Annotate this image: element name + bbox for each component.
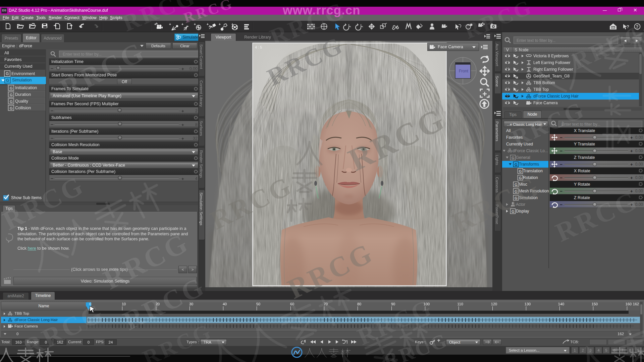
svg-text:G: G xyxy=(519,169,522,173)
svg-text:+: + xyxy=(169,22,171,26)
svg-text:?: ? xyxy=(627,24,629,29)
svg-text:G: G xyxy=(10,86,13,90)
svg-text:Front: Front xyxy=(459,69,469,73)
svg-text:+: + xyxy=(154,22,156,26)
svg-text:G: G xyxy=(515,163,518,167)
svg-text:G: G xyxy=(512,209,515,214)
svg-text:DS: DS xyxy=(611,26,615,29)
svg-text:?: ? xyxy=(636,24,638,29)
svg-text:G: G xyxy=(6,71,9,76)
svg-text:G: G xyxy=(6,78,9,83)
svg-text:+: + xyxy=(207,22,209,26)
svg-text:G: G xyxy=(515,189,518,193)
svg-text:G: G xyxy=(515,183,518,187)
svg-text:G: G xyxy=(512,156,515,160)
svg-text:G: G xyxy=(10,100,13,104)
svg-text:G: G xyxy=(10,93,13,97)
svg-text:+: + xyxy=(194,22,196,26)
svg-text:+: + xyxy=(181,22,183,26)
svg-text:G: G xyxy=(515,196,518,200)
svg-text:+: + xyxy=(219,22,221,26)
svg-text:4 : 5: 4 : 5 xyxy=(255,45,262,49)
svg-text:G: G xyxy=(519,176,522,180)
svg-text:+: + xyxy=(231,22,233,26)
svg-text:G: G xyxy=(10,106,13,110)
